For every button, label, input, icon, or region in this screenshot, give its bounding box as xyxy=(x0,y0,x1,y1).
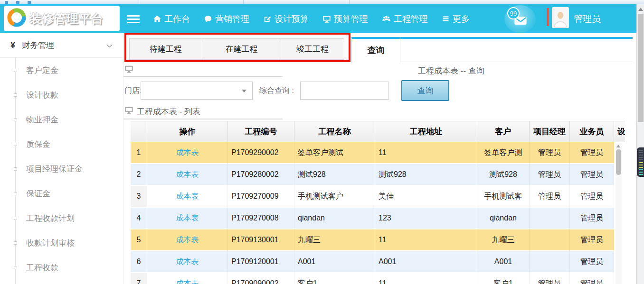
table-cell: 九曜三 xyxy=(294,229,375,251)
sidebar-item-label: 质保金 xyxy=(26,139,50,150)
table-cell: 123 xyxy=(375,208,477,229)
logo-text: 装修管理平台 xyxy=(29,11,104,27)
table-cell: 九曜三 xyxy=(477,229,530,251)
column-header xyxy=(131,121,147,142)
table-cell: qiandan xyxy=(477,208,530,229)
sidebar-item-4[interactable]: 质保金 xyxy=(0,132,123,156)
sidebar-item-label: 工程收款计划 xyxy=(26,213,75,224)
table-row: 1成本表P1709290002签单客户测试11签单客户测管理员管理员 xyxy=(131,142,625,164)
bullet-icon xyxy=(14,118,17,121)
sidebar-item-3[interactable]: 物业押金 xyxy=(0,107,123,132)
sidebar: ¥ 财务管理 客户定金设计收款物业押金质保金项目经理保证金保证金工程收款计划收款… xyxy=(0,33,123,284)
sidebar-item-8[interactable]: 收款计划审核 xyxy=(0,230,123,255)
tab-bar: 待建工程在建工程竣工工程查询 xyxy=(123,33,633,63)
table-scrollbar-thumb[interactable] xyxy=(616,149,621,175)
cost-table-link[interactable]: 成本表 xyxy=(147,208,228,229)
nav-item-label: 更多 xyxy=(453,13,470,25)
browser-icon xyxy=(16,1,19,4)
table-cell: 管理员 xyxy=(570,208,614,229)
sidebar-item-6[interactable]: 保证金 xyxy=(0,181,123,206)
notification-bubble[interactable]: 99 xyxy=(504,5,536,33)
nav-item-4[interactable]: 预算管理 xyxy=(322,13,368,25)
sidebar-item-2[interactable]: 设计收款 xyxy=(0,82,123,107)
cost-table-link[interactable]: 成本表 xyxy=(147,142,228,164)
browser-icon xyxy=(5,1,8,4)
column-header: 工程编号 xyxy=(228,121,294,142)
nav-item-2[interactable]: 营销管理 xyxy=(204,13,249,25)
table-cell: 管理员 xyxy=(570,251,614,273)
table-cell: 美佳 xyxy=(375,186,477,208)
column-header: 设 xyxy=(614,121,625,142)
scroll-up-icon[interactable] xyxy=(638,8,643,11)
table-cell: 11 xyxy=(375,142,477,164)
sidebar-item-label: 收款计划审核 xyxy=(26,238,75,248)
sidebar-group-finance[interactable]: ¥ 财务管理 xyxy=(0,33,123,58)
table-cell: 5 xyxy=(131,229,147,251)
yen-icon: ¥ xyxy=(10,40,15,50)
sidebar-item-7[interactable]: 工程收款计划 xyxy=(0,206,123,230)
table-cell: P1709090002 xyxy=(228,273,294,284)
table-cell: 客户1 xyxy=(477,273,530,284)
cost-table-link[interactable]: 成本表 xyxy=(147,273,228,284)
table-cell: A001 xyxy=(477,251,530,273)
column-header: 工程名称 xyxy=(294,121,375,142)
nav-item-1[interactable]: 工作台 xyxy=(153,13,190,25)
table-cell: 签单客户测 xyxy=(477,142,530,164)
nav-item-label: 工程管理 xyxy=(394,13,428,25)
tab-3[interactable]: 竣工工程 xyxy=(281,38,344,60)
column-header: 项目经理 xyxy=(530,121,570,142)
nav-item-label: 工作台 xyxy=(164,13,190,25)
table-scrollbar[interactable] xyxy=(616,143,622,284)
app-logo[interactable]: 装修管理平台 xyxy=(4,6,120,31)
sidebar-item-5[interactable]: 项目经理保证金 xyxy=(0,156,123,181)
table-cell: P1709120001 xyxy=(228,251,294,273)
bullet-icon xyxy=(14,69,17,72)
sidebar-item-9[interactable]: 工程收款 xyxy=(0,255,123,280)
sidebar-item-label: 物业押金 xyxy=(26,114,58,125)
tab-1[interactable]: 待建工程 xyxy=(129,38,202,60)
bullet-icon xyxy=(14,143,17,146)
cost-table-link[interactable]: 成本表 xyxy=(147,186,228,208)
nav-item-3[interactable]: 设计预算 xyxy=(263,13,309,25)
column-header: 工程地址 xyxy=(375,121,477,142)
table-cell: 1 xyxy=(131,142,147,164)
avatar[interactable] xyxy=(552,7,569,28)
bullet-icon xyxy=(14,93,17,97)
table-cell xyxy=(530,251,570,273)
hamburger-menu-icon[interactable] xyxy=(127,15,140,23)
tab-2[interactable]: 在建工程 xyxy=(202,38,281,60)
tab-4[interactable]: 查询 xyxy=(351,37,400,63)
store-select[interactable] xyxy=(141,82,253,100)
cost-table-link[interactable]: 成本表 xyxy=(147,251,228,273)
page-scrollbar[interactable] xyxy=(636,4,644,284)
monitor-icon xyxy=(124,64,133,75)
table-cell: 手机测试客户 xyxy=(294,186,375,208)
chat-icon xyxy=(204,15,212,23)
sidebar-items: 客户定金设计收款物业押金质保金项目经理保证金保证金工程收款计划收款计划审核工程收… xyxy=(0,58,123,280)
sidebar-item-1[interactable]: 客户定金 xyxy=(0,58,123,82)
list-section-title: 工程成本表 - 列表 xyxy=(137,106,200,117)
app-header: 装修管理平台 工作台营销管理设计预算预算管理工程管理更多 99 管理员 xyxy=(0,4,637,33)
table-row: 4成本表P1709270008qiandan123qiandan管理员 xyxy=(131,208,625,229)
bullet-icon xyxy=(14,217,17,220)
sidebar-item-label: 保证金 xyxy=(26,188,50,199)
sidebar-item-label: 设计收款 xyxy=(26,90,58,101)
search-button[interactable]: 查询 xyxy=(401,80,449,101)
section-divider xyxy=(123,76,283,77)
scroll-up-icon[interactable] xyxy=(616,145,620,147)
page-scrollbar-thumb[interactable] xyxy=(638,14,644,122)
table-cell: P1709130001 xyxy=(228,229,294,251)
cost-table-link[interactable]: 成本表 xyxy=(147,164,228,186)
table-header-row: 操作工程编号工程名称工程地址客户项目经理业务员设 xyxy=(131,121,625,142)
column-header: 客户 xyxy=(477,121,530,142)
browser-tab-divider xyxy=(349,0,350,4)
monitor-icon xyxy=(322,15,331,23)
nav-item-5[interactable]: 工程管理 xyxy=(382,13,428,25)
user-divider xyxy=(547,8,549,26)
cost-table-link[interactable]: 成本表 xyxy=(147,229,228,251)
monitor-icon xyxy=(124,106,133,117)
table-row: 2成本表P1709280002测试928测试928测试928管理员管理员 xyxy=(131,164,625,186)
nav-item-6[interactable]: 更多 xyxy=(442,13,470,25)
query-input[interactable] xyxy=(300,82,388,100)
tab-highlight-line xyxy=(400,37,633,39)
